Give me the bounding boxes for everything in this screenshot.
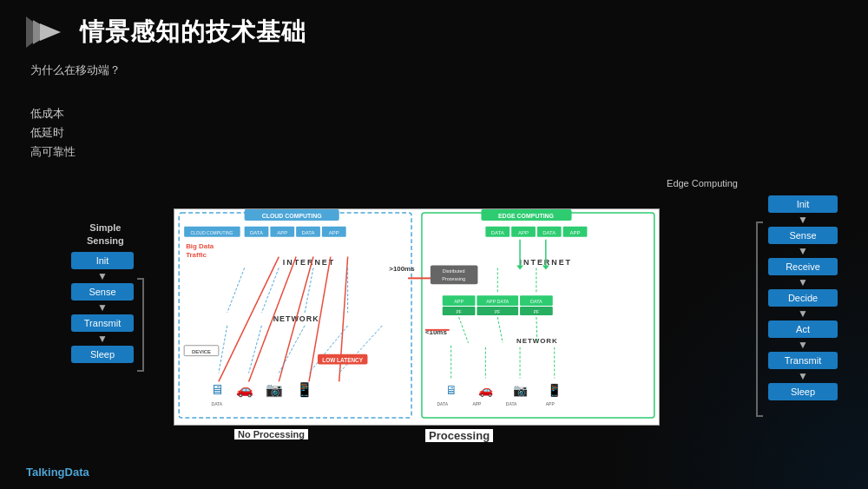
svg-text:📷: 📷 — [513, 383, 529, 398]
diagram-svg: CLOUD COMPUTING EDGE COMPUTING CLOUD COM… — [174, 209, 659, 425]
svg-text:CLOUD COMPUTING: CLOUD COMPUTING — [190, 231, 233, 235]
right-transmit-box: Transmit — [768, 352, 838, 369]
brand-suffix: Data — [65, 466, 89, 479]
bullet-points: 低成本 低延时 高可靠性 — [30, 104, 76, 162]
svg-text:DATA: DATA — [530, 299, 542, 304]
right-act-box: Act — [768, 320, 838, 338]
edge-computing-label: Edge Computing — [667, 178, 738, 188]
svg-text:PF: PF — [456, 310, 461, 314]
svg-text:APP DATA: APP DATA — [486, 299, 509, 304]
bullet-1: 低成本 — [30, 104, 76, 123]
svg-text:📷: 📷 — [266, 381, 283, 398]
right-sleep-box: Sleep — [768, 383, 838, 400]
right-receive-box: Receive — [768, 258, 838, 275]
arrow-down-2: ▼ — [97, 302, 108, 313]
right-sense-box: Sense — [768, 227, 838, 244]
svg-text:INTERNET: INTERNET — [283, 258, 335, 267]
svg-line-91 — [497, 317, 503, 343]
left-transmit-box: Transmit — [71, 314, 134, 332]
logo-icon — [26, 17, 68, 48]
svg-text:DATA: DATA — [437, 402, 449, 406]
svg-text:🖥: 🖥 — [210, 382, 224, 397]
svg-text:APP: APP — [546, 402, 556, 406]
right-arrow-4: ▼ — [798, 340, 808, 350]
svg-text:LOW LATENCY: LOW LATENCY — [322, 357, 363, 363]
brand: TalkingData — [26, 466, 89, 479]
svg-text:APP: APP — [329, 230, 339, 235]
page-title: 情景感知的技术基础 — [80, 16, 306, 49]
svg-text:APP: APP — [454, 299, 464, 304]
left-bracket — [137, 278, 144, 372]
svg-text:DATA: DATA — [212, 402, 223, 406]
svg-text:DATA: DATA — [250, 230, 263, 235]
svg-text:📱: 📱 — [547, 383, 562, 398]
svg-text:🖥: 🖥 — [445, 383, 457, 397]
svg-text:EDGE COMPUTING: EDGE COMPUTING — [498, 213, 554, 219]
svg-text:Distributed: Distributed — [443, 268, 465, 274]
left-flow: Init ▼ Sense ▼ Transmit ▼ Sleep — [71, 252, 134, 363]
svg-text:DATA: DATA — [506, 402, 517, 406]
svg-text:DEVICE: DEVICE — [192, 349, 211, 354]
svg-marker-2 — [40, 23, 61, 41]
svg-line-36 — [339, 326, 383, 373]
subtitle: 为什么在移动端？ — [30, 63, 121, 78]
svg-line-23 — [219, 257, 279, 382]
svg-text:Big Data: Big Data — [186, 242, 214, 250]
svg-text:DATA: DATA — [302, 230, 315, 235]
right-arrow-1: ▼ — [798, 246, 808, 256]
right-bracket — [756, 221, 763, 417]
left-sleep-box: Sleep — [71, 346, 134, 363]
simple-sensing-label: SimpleSensing — [87, 221, 124, 248]
svg-text:PF: PF — [495, 310, 500, 314]
right-arrow-5: ▼ — [798, 371, 808, 381]
svg-text:APP: APP — [518, 230, 529, 235]
svg-text:Processing: Processing — [442, 276, 465, 281]
svg-text:PF: PF — [534, 310, 539, 314]
svg-text:APP: APP — [277, 230, 287, 235]
svg-marker-53 — [516, 265, 523, 269]
right-arrow-2: ▼ — [798, 277, 808, 287]
right-flow: Init ▼ Sense ▼ Receive ▼ Decide ▼ Act ▼ … — [768, 195, 838, 400]
right-arrow-3: ▼ — [798, 308, 808, 319]
bullet-3: 高可靠性 — [30, 142, 76, 162]
svg-marker-55 — [542, 265, 549, 269]
header: 情景感知的技术基础 — [26, 16, 306, 49]
svg-text:Traffic: Traffic — [186, 251, 207, 259]
brand-prefix: Talking — [26, 466, 65, 479]
left-sense-box: Sense — [71, 283, 134, 301]
no-processing-label: No Processing — [234, 429, 308, 439]
arrow-down-3: ▼ — [97, 334, 108, 344]
right-init-box: Init — [768, 195, 838, 213]
diagram-inner: CLOUD COMPUTING EDGE COMPUTING CLOUD COM… — [174, 209, 659, 425]
svg-text:📱: 📱 — [296, 381, 313, 398]
processing-label: Processing — [425, 429, 493, 442]
svg-text:APP: APP — [570, 230, 581, 235]
main-diagram: CLOUD COMPUTING EDGE COMPUTING CLOUD COM… — [174, 208, 660, 426]
bullet-2: 低延时 — [30, 123, 76, 142]
svg-text:CLOUD COMPUTING: CLOUD COMPUTING — [262, 213, 322, 219]
right-arrow-0: ▼ — [798, 215, 808, 225]
arrow-down-1: ▼ — [97, 271, 108, 281]
right-decide-box: Decide — [768, 289, 838, 307]
svg-line-28 — [227, 268, 245, 313]
left-init-box: Init — [71, 252, 134, 269]
svg-text:DATA: DATA — [542, 230, 556, 235]
svg-text:DATA: DATA — [491, 230, 504, 235]
svg-text:🚗: 🚗 — [236, 381, 253, 398]
svg-text:>100ms: >100ms — [389, 265, 415, 273]
svg-text:🚗: 🚗 — [478, 383, 494, 398]
svg-line-90 — [459, 317, 469, 343]
svg-text:APP: APP — [472, 402, 482, 406]
